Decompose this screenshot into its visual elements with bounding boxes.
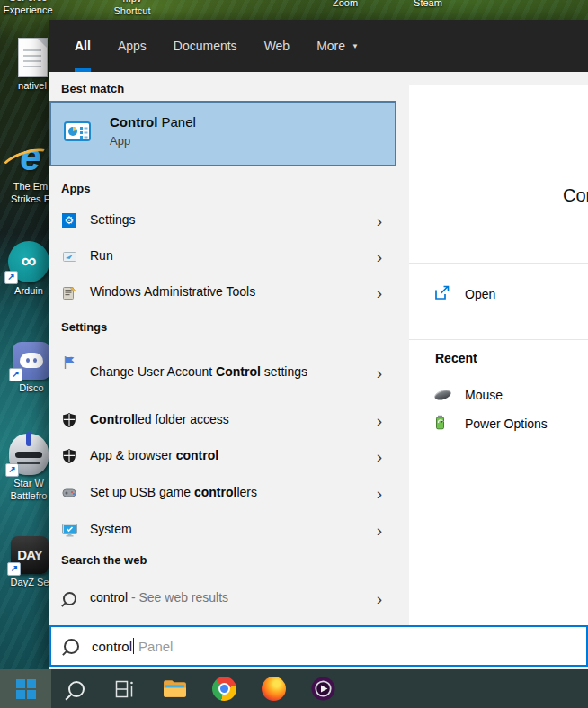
chevron-right-icon[interactable]: › xyxy=(377,485,382,502)
open-external-icon xyxy=(434,285,450,304)
section-header-settings: Settings xyxy=(61,320,107,334)
admin-tools-icon xyxy=(61,284,77,300)
web-search-icon xyxy=(61,590,77,606)
shortcut-arrow-icon: ↗ xyxy=(9,368,22,381)
tab-web[interactable]: Web xyxy=(264,20,290,72)
desktop-icon-discord[interactable]: ↗ Disco xyxy=(9,342,54,394)
desktop-icon-star-wars-battlefront[interactable]: ↗ Star W Battlefro xyxy=(5,434,52,502)
preview-title: Control Panel xyxy=(563,185,588,206)
settings-icon: ⚙ xyxy=(61,212,77,229)
document-icon xyxy=(18,38,48,77)
discord-icon: ↗ xyxy=(13,342,50,380)
star-wars-helmet-icon: ↗ xyxy=(9,434,49,475)
start-menu-panel: All Apps Documents Web More ▼ Best match… xyxy=(49,20,588,669)
chevron-down-icon: ▼ xyxy=(352,42,359,50)
chevron-right-icon[interactable]: › xyxy=(377,248,382,265)
result-row-admin-tools[interactable]: Windows Administrative Tools › xyxy=(49,277,396,308)
chevron-right-icon[interactable]: › xyxy=(377,212,382,229)
text-caret xyxy=(133,638,134,654)
section-header-best-match: Best match xyxy=(61,82,124,95)
game-controller-icon xyxy=(61,485,77,501)
recent-item-power-options[interactable]: Power Options xyxy=(409,410,588,437)
preview-pane: Control Panel Open Recent Mouse Power Op… xyxy=(409,85,588,625)
defender-shield-icon xyxy=(61,448,77,464)
chrome-button[interactable] xyxy=(200,669,249,708)
dayz-icon: DAY ↗ xyxy=(11,536,49,574)
desktop-label-steam: Steam xyxy=(405,0,451,9)
result-label: Run xyxy=(90,246,113,266)
start-button[interactable] xyxy=(0,669,51,708)
tab-apps[interactable]: Apps xyxy=(118,20,147,72)
desktop-icon-internet-explorer[interactable]: e The Em Strikes E xyxy=(5,137,56,205)
defender-shield-icon xyxy=(61,412,77,428)
shortcut-arrow-icon: ↗ xyxy=(7,562,21,576)
recent-item-mouse[interactable]: Mouse xyxy=(409,381,588,408)
firefox-button[interactable] xyxy=(249,669,298,708)
chevron-right-icon[interactable]: › xyxy=(377,364,382,381)
shortcut-arrow-icon: ↗ xyxy=(4,271,18,284)
result-label: control - See web results xyxy=(90,588,228,608)
section-header-search-the-web: Search the web xyxy=(61,553,147,567)
divider xyxy=(409,339,588,340)
file-explorer-button[interactable] xyxy=(150,669,200,708)
result-row-usb-game-controllers[interactable]: Set up USB game controllers › xyxy=(49,478,396,508)
result-row-run[interactable]: Run › xyxy=(49,241,396,272)
result-row-web-search-control[interactable]: control - See web results › xyxy=(49,583,396,614)
desktop-label-mpv-shortcut: mpv Shortcut xyxy=(101,0,164,17)
firefox-icon xyxy=(262,677,286,701)
taskbar xyxy=(0,669,588,708)
result-row-settings[interactable]: ⚙ Settings › xyxy=(49,205,396,236)
file-explorer-icon xyxy=(163,679,187,698)
result-row-system[interactable]: System › xyxy=(49,515,396,545)
control-panel-icon xyxy=(64,121,91,147)
result-label: Controlled folder access xyxy=(90,410,229,430)
taskbar-search-input[interactable]: controlPanel xyxy=(49,625,588,667)
recent-header: Recent xyxy=(435,351,477,365)
task-view-icon xyxy=(115,680,136,698)
search-suggestion-text: Panel xyxy=(138,639,173,654)
chrome-icon xyxy=(212,677,236,701)
section-header-apps: Apps xyxy=(61,182,91,195)
result-label: App & browser control xyxy=(90,446,218,466)
desktop-icon-dayz[interactable]: DAY ↗ DayZ Se xyxy=(7,536,52,588)
chevron-right-icon[interactable]: › xyxy=(377,448,382,465)
result-row-controlled-folder-access[interactable]: Controlled folder access › xyxy=(49,405,396,435)
uac-flag-icon xyxy=(61,354,77,371)
taskbar-search-button[interactable] xyxy=(51,669,101,708)
result-row-uac-settings[interactable]: Change User Account Control settings › xyxy=(49,347,396,398)
best-match-title: Control Panel xyxy=(110,114,196,130)
run-icon xyxy=(61,248,77,264)
media-player-icon xyxy=(311,677,335,701)
search-icon xyxy=(64,639,79,654)
tab-all[interactable]: All xyxy=(75,20,91,72)
windows-logo-icon xyxy=(16,679,36,699)
recent-item-label: Mouse xyxy=(465,388,503,402)
desktop-icon-arduino[interactable]: ∞ ↗ Arduin xyxy=(5,241,52,297)
desktop-icon-document[interactable]: nativel xyxy=(13,38,52,92)
recent-item-label: Power Options xyxy=(465,417,548,431)
result-row-app-browser-control[interactable]: App & browser control › xyxy=(49,441,396,471)
task-view-button[interactable] xyxy=(101,669,150,708)
best-match-result-control-panel[interactable]: Control Panel App xyxy=(49,101,396,166)
result-label: Settings xyxy=(90,211,136,230)
arduino-icon: ∞ ↗ xyxy=(8,241,49,282)
chevron-right-icon[interactable]: › xyxy=(377,284,382,301)
open-action[interactable]: Open xyxy=(409,279,588,309)
result-label: Set up USB game controllers xyxy=(90,483,257,503)
mouse-icon xyxy=(434,387,451,403)
search-typed-text: control xyxy=(92,639,132,654)
search-icon xyxy=(68,681,85,697)
desktop-label-zoom: Zoom xyxy=(324,0,367,9)
search-filter-tabs: All Apps Documents Web More ▼ xyxy=(49,20,588,72)
tab-more[interactable]: More ▼ xyxy=(316,20,359,72)
chevron-right-icon[interactable]: › xyxy=(377,590,382,607)
chevron-right-icon[interactable]: › xyxy=(377,522,382,539)
result-label: Change User Account Control settings xyxy=(90,363,307,382)
best-match-subtitle: App xyxy=(110,134,196,148)
result-label: System xyxy=(90,520,132,540)
result-label: Windows Administrative Tools xyxy=(90,282,255,302)
divider xyxy=(409,263,588,264)
media-player-button[interactable] xyxy=(298,669,348,708)
tab-documents[interactable]: Documents xyxy=(174,20,237,72)
chevron-right-icon[interactable]: › xyxy=(377,412,382,429)
